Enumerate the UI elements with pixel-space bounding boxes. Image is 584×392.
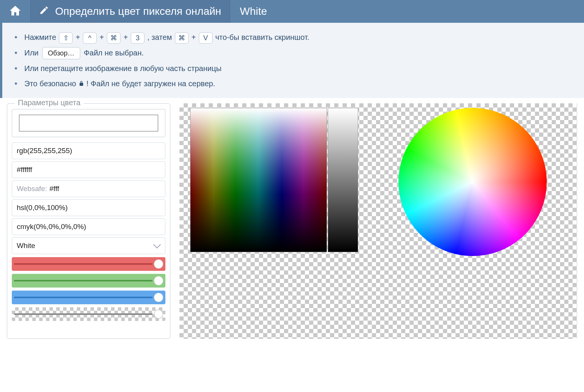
lightness-bar[interactable] [328,108,358,252]
key-cmd-2: ⌘ [175,32,189,44]
slider-thumb[interactable] [154,293,163,302]
color-parameters-panel: Параметры цвета Websafe: #fff White [7,103,170,339]
file-status: Файл не выбран. [84,49,144,57]
key-v: V [199,32,213,44]
slider-alpha[interactable] [12,307,165,321]
key-cmd: ⌘ [107,32,121,44]
app-header: Определить цвет пикселя онлайн White [0,0,584,23]
instruction-safe: Это безопасно ! Файл не будет загружен н… [17,76,580,91]
instructions-panel: Нажмите ⇧ + ^ + ⌘ + 3 , затем ⌘ + V что-… [0,23,584,98]
websafe-label: Websafe: [17,185,47,193]
color-name-value: White [17,242,35,250]
key-shift: ⇧ [59,32,73,44]
hsl-field[interactable] [12,199,165,216]
hex-field[interactable] [12,161,165,178]
browse-button[interactable]: Обзор… [42,47,80,59]
color-name-dropdown[interactable]: White [12,237,165,254]
websafe-value: #fff [49,185,59,193]
websafe-field[interactable]: Websafe: #fff [12,180,165,197]
instruction-browse: Или Обзор… Файл не выбран. [17,45,580,61]
slider-thumb[interactable] [154,276,163,285]
page-title-section: Определить цвет пикселя онлайн [30,0,230,23]
cmyk-field[interactable] [12,218,165,235]
slider-blue[interactable] [12,291,165,304]
color-swatch-container [12,109,165,137]
color-swatch[interactable] [19,115,158,131]
key-ctrl: ^ [83,32,97,44]
lock-icon [78,78,84,85]
slider-thumb[interactable] [154,310,163,319]
instruction-drag: Или перетащите изображение в любую часть… [17,61,580,76]
home-button[interactable] [0,0,30,23]
key-3: 3 [131,32,144,44]
current-color-name: White [230,0,584,23]
panel-legend: Параметры цвета [15,98,84,107]
home-icon [9,4,22,19]
slider-thumb[interactable] [154,259,163,269]
rgb-field[interactable] [12,142,165,159]
slider-green[interactable] [12,274,165,288]
main-content: Параметры цвета Websafe: #fff White [0,98,584,344]
color-canvas[interactable] [179,103,577,339]
pencil-icon [39,5,49,18]
slider-red[interactable] [12,257,165,271]
instruction-screenshot: Нажмите ⇧ + ^ + ⌘ + 3 , затем ⌘ + V что-… [17,30,580,45]
page-title: Определить цвет пикселя онлайн [55,5,221,17]
hue-saturation-rect[interactable] [190,108,327,252]
hue-wheel[interactable] [398,108,547,256]
